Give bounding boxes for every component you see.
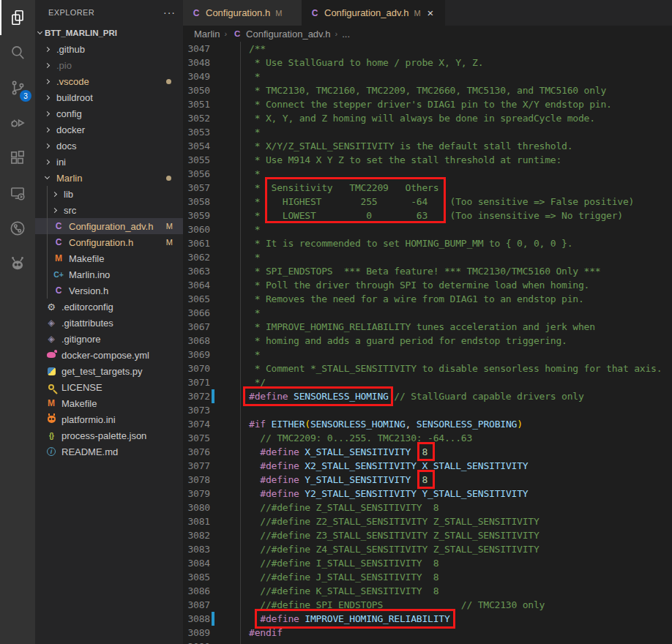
tree-item-lib[interactable]: lib (35, 186, 183, 202)
tree-item-docker-compose-yml[interactable]: docker-compose.yml (35, 347, 183, 363)
code-line-3085[interactable]: 3085 //#define J_STALL_SENSITIVITY 8 (183, 570, 672, 584)
code-line-3086[interactable]: 3086 //#define K_STALL_SENSITIVITY 8 (183, 584, 672, 598)
tree-item-src[interactable]: src (35, 202, 183, 218)
code-line-3051[interactable]: 3051 * Connect the stepper driver's DIAG… (183, 97, 672, 111)
tab-configuration-adv-h[interactable]: CConfiguration_adv.hM× (302, 0, 445, 26)
code-line-3064[interactable]: 3064 * Poll the driver through SPI to de… (183, 278, 672, 292)
makefile-icon: M (45, 398, 57, 408)
breadcrumb-file[interactable]: Configuration_adv.h (246, 29, 330, 40)
code-line-3059[interactable]: 3059 * LOWEST 0 63 (Too insensitive => N… (183, 209, 672, 222)
code-text: #define Y_STALL_SENSITIVITY 8 (249, 473, 428, 487)
search-icon[interactable] (0, 35, 35, 70)
breadcrumb: Marlin › C Configuration_adv.h › ... (183, 26, 672, 42)
tab-configuration-h[interactable]: CConfiguration.hM (183, 0, 302, 26)
code-line-3058[interactable]: 3058 * HIGHEST 255 -64 (Too sensitive =>… (183, 195, 672, 209)
code-line-3069[interactable]: 3069 * (183, 348, 672, 362)
explorer-icon[interactable] (0, 0, 35, 35)
code-line-3081[interactable]: 3081 //#define Z2_STALL_SENSITIVITY Z_ST… (183, 514, 672, 528)
tree-item--gitignore[interactable]: ◈.gitignore (35, 331, 183, 347)
code-line-3084[interactable]: 3084 //#define I_STALL_SENSITIVITY 8 (183, 556, 672, 570)
code-line-3082[interactable]: 3082 //#define Z3_STALL_SENSITIVITY Z_ST… (183, 528, 672, 542)
tree-item-version-h[interactable]: CVersion.h (35, 282, 183, 299)
code-line-3057[interactable]: 3057 * Sensitivity TMC2209 Others (183, 181, 672, 195)
tree-item-platformio-ini[interactable]: platformio.ini (35, 411, 183, 427)
tree-item--gitattributes[interactable]: ◈.gitattributes (35, 315, 183, 331)
code-text: #define X_STALL_SENSITIVITY 8 (249, 445, 428, 459)
tree-item-marlin-ino[interactable]: C+Marlin.ino (35, 266, 183, 282)
tree-item--pio[interactable]: .pio (35, 57, 183, 73)
code-line-3072[interactable]: 3072#define SENSORLESS_HOMING // StallGu… (183, 389, 672, 403)
code-line-3078[interactable]: 3078 #define Y_STALL_SENSITIVITY 8 (183, 473, 672, 487)
line-number: 3068 (183, 334, 210, 348)
breadcrumb-folder[interactable]: Marlin (194, 29, 220, 40)
code-line-3052[interactable]: 3052 * X, Y, and Z homing will always be… (183, 111, 672, 125)
platformio-icon[interactable] (0, 246, 35, 281)
code-line-3065[interactable]: 3065 * Removes the need for a wire from … (183, 292, 672, 306)
close-icon[interactable]: × (428, 7, 434, 18)
line-number: 3061 (183, 236, 210, 250)
code-line-3080[interactable]: 3080 //#define Z_STALL_SENSITIVITY 8 (183, 501, 672, 514)
tree-item-ini[interactable]: ini (35, 154, 183, 170)
git-graph-icon[interactable] (0, 211, 35, 246)
breadcrumb-more[interactable]: ... (342, 29, 350, 40)
code-line-3060[interactable]: 3060 * (183, 222, 672, 236)
code-line-3048[interactable]: 3048 * Use StallGuard to home / probe X,… (183, 56, 672, 70)
code-line-3055[interactable]: 3055 * Use M914 X Y Z to set the stall t… (183, 153, 672, 167)
code-line-3075[interactable]: 3075 // TMC2209: 0...255. TMC2130: -64..… (183, 431, 672, 445)
code-area[interactable]: 3047/**3048 * Use StallGuard to home / p… (183, 42, 672, 644)
line-number: 3082 (183, 528, 210, 542)
tree-item-readme-md[interactable]: iREADME.md (35, 443, 183, 460)
code-line-3083[interactable]: 3083 //#define Z4_STALL_SENSITIVITY Z_ST… (183, 542, 672, 556)
tree-root-folder[interactable]: BTT_MARLIN_PRI (35, 25, 183, 41)
tree-item-makefile[interactable]: MMakefile (35, 250, 183, 266)
tree-item-buildroot[interactable]: buildroot (35, 89, 183, 105)
tree-item--vscode[interactable]: .vscode (35, 73, 183, 89)
code-line-3066[interactable]: 3066 * (183, 306, 672, 320)
source-control-icon[interactable]: 3 (0, 70, 35, 105)
tree-item--editorconfig[interactable]: ⚙.editorconfig (35, 299, 183, 315)
docker-icon (47, 352, 56, 358)
code-line-3063[interactable]: 3063 * SPI_ENDSTOPS *** Beta feature! **… (183, 264, 672, 278)
code-line-3076[interactable]: 3076 #define X_STALL_SENSITIVITY 8 (183, 445, 672, 459)
tree-item-docker[interactable]: docker (35, 121, 183, 138)
tree-item-makefile[interactable]: MMakefile (35, 395, 183, 411)
code-line-3087[interactable]: 3087 //#define SPI_ENDSTOPS // TMC2130 o… (183, 598, 672, 612)
code-line-3056[interactable]: 3056 * (183, 167, 672, 181)
tree-item-license[interactable]: LICENSE (35, 379, 183, 395)
code-line-3062[interactable]: 3062 * (183, 250, 672, 264)
code-text: * Comment *_STALL_SENSITIVITY to disable… (249, 362, 662, 375)
code-line-3073[interactable]: 3073 (183, 403, 672, 417)
code-line-3088[interactable]: 3088 #define IMPROVE_HOMING_RELIABILITY (183, 612, 672, 626)
code-line-3077[interactable]: 3077 #define X2_STALL_SENSITIVITY X_STAL… (183, 459, 672, 473)
remote-explorer-icon[interactable] (0, 176, 35, 211)
tree-item-process-palette-json[interactable]: {}process-palette.json (35, 427, 183, 443)
run-debug-icon[interactable] (0, 105, 35, 141)
code-line-3067[interactable]: 3067 * IMPROVE_HOMING_RELIABILITY tunes … (183, 320, 672, 334)
tree-item-marlin[interactable]: Marlin (35, 170, 183, 186)
tree-item-config[interactable]: config (35, 105, 183, 121)
code-line-3061[interactable]: 3061 * It is recommended to set HOMING_B… (183, 236, 672, 250)
code-line-3047[interactable]: 3047/** (183, 42, 672, 56)
tree-item-configuration-h[interactable]: CConfiguration.hM (35, 234, 183, 250)
tree-item-label: src (64, 205, 76, 216)
code-line-3079[interactable]: 3079 #define Y2_STALL_SENSITIVITY Y_STAL… (183, 487, 672, 501)
code-line-3054[interactable]: 3054 * X/Y/Z_STALL_SENSITIVITY is the de… (183, 139, 672, 153)
code-line-3071[interactable]: 3071 */ (183, 375, 672, 389)
tree-item--github[interactable]: .github (35, 41, 183, 57)
code-line-3074[interactable]: 3074#if EITHER(SENSORLESS_HOMING, SENSOR… (183, 417, 672, 431)
chevron-right-icon (52, 191, 57, 196)
code-line-3090[interactable]: 3090 (183, 640, 672, 644)
code-line-3050[interactable]: 3050 * TMC2130, TMC2160, TMC2209, TMC266… (183, 83, 672, 97)
tree-item-docs[interactable]: docs (35, 138, 183, 154)
code-line-3053[interactable]: 3053 * (183, 125, 672, 139)
tree-item-get-test-targets-py[interactable]: get_test_targets.py (35, 363, 183, 379)
tree-item-configuration-adv-h[interactable]: CConfiguration_adv.hM (35, 218, 183, 234)
code-text: * X, Y, and Z homing will always be done… (249, 111, 595, 125)
code-line-3068[interactable]: 3068 * homing and adds a guard period fo… (183, 334, 672, 348)
code-line-3089[interactable]: 3089#endif (183, 626, 672, 640)
explorer-more-actions-icon[interactable]: ··· (163, 7, 176, 18)
line-number: 3076 (183, 445, 210, 459)
code-line-3049[interactable]: 3049 * (183, 70, 672, 83)
extensions-icon[interactable] (0, 141, 35, 176)
code-line-3070[interactable]: 3070 * Comment *_STALL_SENSITIVITY to di… (183, 362, 672, 375)
